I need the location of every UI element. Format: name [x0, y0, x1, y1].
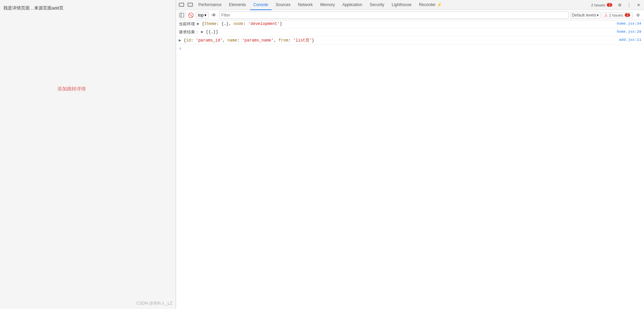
tab-elements[interactable]: Elements: [226, 0, 249, 10]
issues-count: 2: [607, 3, 612, 7]
eye-icon[interactable]: 👁: [210, 11, 218, 19]
svg-rect-3: [188, 5, 193, 6]
more-icon[interactable]: ⋮: [625, 1, 633, 9]
issues-badge[interactable]: 2 Issues: 2: [589, 2, 614, 8]
topbar-right: 2 Issues: 2 ⚙ ⋮ ✕: [589, 1, 643, 9]
settings-icon[interactable]: ⚙: [616, 1, 624, 9]
tab-security[interactable]: Security: [366, 0, 388, 10]
line-label-1: 当前环境: [179, 21, 195, 27]
tab-lighthouse[interactable]: Lighthouse: [388, 0, 415, 10]
console-prompt-line: ›: [176, 45, 644, 53]
dock-icon[interactable]: [186, 1, 194, 9]
console-toolbar: 🚫 top ▾ 👁 Default levels ▾ ⚠ 2 Issues: 2…: [176, 10, 644, 20]
line-content-3: ▶ {id: 'params_id', name: 'params_name',…: [179, 37, 641, 43]
page-title: 我是详情页面，来源页面add页: [3, 5, 64, 11]
line-label-2: 请求结果：: [179, 29, 199, 35]
console-line: ▶ {id: 'params_id', name: 'params_name',…: [176, 36, 644, 45]
console-line: 请求结果： ▶ [{…}] home.jsx:29: [176, 28, 644, 36]
devtools-toggle-icon[interactable]: [177, 1, 185, 9]
context-selector[interactable]: top ▾: [196, 12, 209, 19]
close-icon[interactable]: ✕: [635, 1, 643, 9]
tab-performance[interactable]: Performance: [195, 0, 225, 10]
issues-num: 2: [625, 13, 630, 17]
tab-sources[interactable]: Sources: [272, 0, 294, 10]
line-content-1: ▶ {theme: {…}, node: 'development'}: [197, 21, 641, 26]
line-content-2: ▶ [{…}]: [201, 29, 641, 34]
chevron-down-icon: ▾: [204, 13, 206, 18]
context-label: top: [198, 13, 204, 18]
default-levels-label: Default levels: [572, 13, 596, 18]
prompt-icon: ›: [179, 46, 181, 51]
source-link-1[interactable]: home.jsx:34: [617, 22, 641, 26]
chevron-down-icon: ▾: [597, 13, 599, 18]
clear-console-button[interactable]: 🚫: [187, 11, 194, 19]
tab-memory[interactable]: Memory: [317, 0, 338, 10]
page-link[interactable]: 添加跳转详情: [57, 86, 86, 92]
tab-recorder[interactable]: Recorder ⚡: [416, 0, 445, 10]
page-area: 我是详情页面，来源页面add页 添加跳转详情 CSDN @局外人_LZ: [0, 0, 176, 309]
devtools-panel: Performance Elements Console Sources Net…: [176, 0, 644, 309]
issues-label: 2 Issues:: [591, 3, 606, 7]
svg-rect-4: [180, 13, 184, 17]
watermark: CSDN @局外人_LZ: [137, 301, 172, 306]
issues-indicator[interactable]: ⚠ 2 Issues: 2: [602, 12, 633, 18]
filter-input[interactable]: [219, 11, 569, 19]
default-levels-dropdown[interactable]: Default levels ▾: [570, 12, 600, 19]
svg-rect-1: [179, 3, 181, 6]
console-sidebar-toggle[interactable]: [178, 11, 185, 19]
source-link-2[interactable]: home.jsx:29: [617, 30, 641, 34]
tab-application[interactable]: Application: [339, 0, 366, 10]
issues-count-label: 2 Issues:: [609, 13, 624, 17]
console-line: 当前环境 ▶ {theme: {…}, node: 'development'}…: [176, 20, 644, 28]
source-link-3[interactable]: add.jsx:11: [619, 38, 641, 42]
devtools-tabbar: Performance Elements Console Sources Net…: [176, 0, 644, 10]
console-output: 当前环境 ▶ {theme: {…}, node: 'development'}…: [176, 20, 644, 309]
console-settings-icon[interactable]: ⚙: [634, 11, 642, 19]
tab-network[interactable]: Network: [295, 0, 316, 10]
tab-console[interactable]: Console: [250, 0, 272, 10]
